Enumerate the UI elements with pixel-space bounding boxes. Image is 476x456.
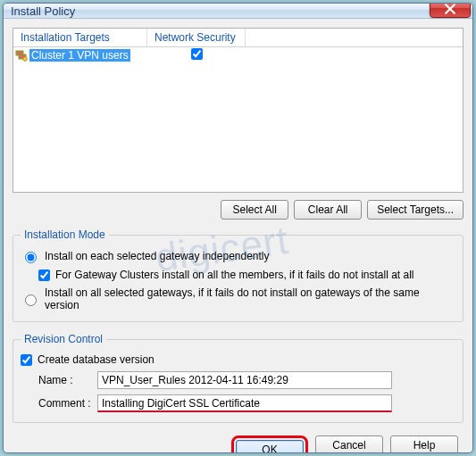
close-button[interactable]: [430, 3, 471, 18]
name-label: Name :: [38, 374, 92, 386]
dialog-button-row: OK Cancel Help: [13, 430, 463, 453]
ok-highlight: OK: [231, 435, 308, 453]
checkbox-gateway-clusters-label: For Gateway Clusters install on all the …: [55, 269, 414, 281]
list-header: Installation Targets Network Security: [13, 29, 463, 47]
checkbox-create-db-version[interactable]: [21, 354, 32, 366]
gateway-cluster-icon: [15, 49, 28, 62]
table-row[interactable]: Cluster 1 VPN users: [13, 47, 463, 63]
radio-install-independent[interactable]: [25, 252, 37, 263]
comment-field[interactable]: [97, 394, 392, 412]
dialog-content: Installation Targets Network Security Cl…: [4, 19, 472, 453]
comment-label: Comment :: [38, 397, 92, 410]
close-icon: [445, 4, 455, 14]
select-targets-button[interactable]: Select Targets...: [367, 200, 463, 220]
targets-list: Installation Targets Network Security Cl…: [13, 28, 463, 193]
select-all-button[interactable]: Select All: [221, 200, 288, 220]
revision-control-legend: Revision Control: [21, 333, 106, 345]
radio-install-all-label: Install on all selected gateways, if it …: [45, 286, 455, 311]
list-body: Cluster 1 VPN users: [13, 47, 463, 192]
network-security-checkbox[interactable]: [191, 48, 203, 60]
help-button[interactable]: Help: [390, 435, 458, 453]
column-network-security[interactable]: Network Security: [147, 29, 246, 46]
installation-mode-group: Installation Mode Install on each select…: [13, 228, 463, 322]
installation-mode-legend: Installation Mode: [21, 228, 109, 241]
column-installation-targets[interactable]: Installation Targets: [13, 29, 147, 46]
checkbox-gateway-clusters[interactable]: [38, 269, 50, 281]
cancel-button[interactable]: Cancel: [315, 435, 383, 453]
name-field[interactable]: [97, 371, 392, 389]
svg-point-2: [23, 57, 28, 62]
revision-control-group: Revision Control Create database version…: [13, 333, 463, 423]
checkbox-create-db-version-label: Create database version: [38, 353, 154, 366]
radio-install-independent-label: Install on each selected gateway indepen…: [45, 250, 270, 262]
install-policy-dialog: Install Policy Installation Targets Netw…: [3, 3, 473, 453]
ok-button[interactable]: OK: [236, 440, 304, 453]
list-button-row: Select All Clear All Select Targets...: [13, 193, 463, 225]
radio-install-all[interactable]: [25, 294, 37, 306]
titlebar[interactable]: Install Policy: [4, 4, 472, 19]
window-title: Install Policy: [11, 4, 430, 18]
target-name: Cluster 1 VPN users: [29, 49, 130, 62]
clear-all-button[interactable]: Clear All: [294, 200, 362, 220]
